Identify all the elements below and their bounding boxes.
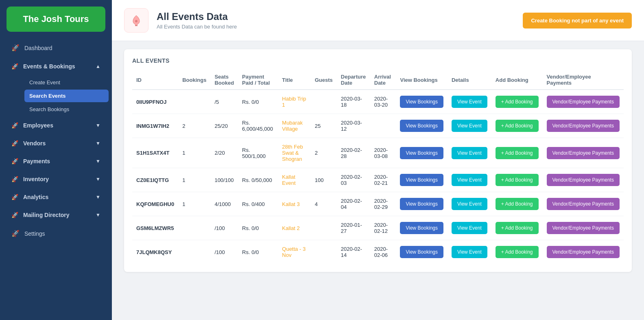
- sidebar-section-mailing[interactable]: 🚀 Mailing Directory ▼: [3, 207, 109, 223]
- cell-departure: 2020-03-18: [337, 90, 370, 114]
- cell-add-booking-action: + Add Booking: [491, 90, 543, 114]
- add-booking-button[interactable]: + Add Booking: [496, 96, 539, 108]
- sidebar-section-vendors[interactable]: 🚀 Vendors ▼: [3, 135, 109, 151]
- vendor-payments-button[interactable]: Vendor/Employee Payments: [547, 222, 620, 234]
- sidebar-label-search-bookings: Search Bookings: [29, 106, 69, 112]
- add-booking-button[interactable]: + Add Booking: [496, 147, 539, 159]
- col-payment: PaymentPaid / Total: [238, 70, 278, 90]
- cell-vendor-payments-action: Vendor/Employee Payments: [543, 216, 624, 240]
- header-text: All Events Data All Events Data can be f…: [157, 11, 237, 30]
- cell-bookings: [178, 216, 210, 240]
- sidebar: The Josh Tours 🚀 Dashboard 🚀 Events & Bo…: [0, 0, 112, 320]
- sidebar-item-create-event[interactable]: Create Event: [24, 76, 109, 89]
- view-event-button[interactable]: View Event: [452, 174, 487, 186]
- cell-guests: [311, 240, 337, 264]
- page-subtitle: All Events Data can be found here: [157, 24, 237, 30]
- view-bookings-button[interactable]: View Bookings: [400, 222, 443, 234]
- cell-add-booking-action: + Add Booking: [491, 240, 543, 264]
- col-view-bookings: View Bookings: [396, 70, 448, 90]
- employees-icon: 🚀: [11, 122, 18, 129]
- app-logo[interactable]: The Josh Tours: [7, 7, 105, 32]
- cell-id: KQFOMEGHU0: [132, 192, 178, 216]
- add-booking-button[interactable]: + Add Booking: [496, 174, 539, 186]
- view-bookings-button[interactable]: View Bookings: [400, 120, 443, 132]
- sidebar-section-events-bookings[interactable]: 🚀 Events & Bookings ▲: [3, 58, 109, 75]
- events-table-body: 0IIU9PFNOJ /5 Rs. 0/0 Habib Trip 1 2020-…: [132, 90, 624, 264]
- sidebar-label-inventory: Inventory: [23, 176, 49, 182]
- cell-view-bookings-action: View Bookings: [396, 168, 448, 192]
- view-event-button[interactable]: View Event: [452, 147, 487, 159]
- view-event-button[interactable]: View Event: [452, 198, 487, 210]
- cell-arrival: 2020-02-12: [370, 216, 396, 240]
- view-bookings-button[interactable]: View Bookings: [400, 147, 443, 159]
- vendor-payments-button[interactable]: Vendor/Employee Payments: [547, 120, 620, 132]
- add-booking-button[interactable]: + Add Booking: [496, 222, 539, 234]
- col-vendor-payments: Vendor/EmployeePayments: [543, 70, 624, 90]
- sidebar-item-search-bookings[interactable]: Search Bookings: [24, 103, 109, 116]
- sidebar-section-employees[interactable]: 🚀 Employees ▼: [3, 117, 109, 134]
- chevron-down-icon-payments: ▼: [96, 158, 100, 164]
- cell-vendor-payments-action: Vendor/Employee Payments: [543, 114, 624, 138]
- view-event-button[interactable]: View Event: [452, 246, 487, 258]
- cell-id: S1H1SATX4T: [132, 138, 178, 168]
- sidebar-section-payments[interactable]: 🚀 Payments ▼: [3, 153, 109, 169]
- cell-title: Mubarak Village: [278, 114, 310, 138]
- view-bookings-button[interactable]: View Bookings: [400, 96, 443, 108]
- add-booking-button[interactable]: + Add Booking: [496, 120, 539, 132]
- col-title: Title: [278, 70, 310, 90]
- cell-vendor-payments-action: Vendor/Employee Payments: [543, 192, 624, 216]
- cell-payment: Rs. 500/1,000: [238, 138, 278, 168]
- sidebar-section-analytics[interactable]: 🚀 Analytics ▼: [3, 189, 109, 205]
- sidebar-section-inventory[interactable]: 🚀 Inventory ▼: [3, 171, 109, 187]
- cell-payment: Rs. 0/0: [238, 240, 278, 264]
- col-id: ID: [132, 70, 178, 90]
- col-details: Details: [448, 70, 491, 90]
- cell-guests: [311, 216, 337, 240]
- add-booking-button[interactable]: + Add Booking: [496, 246, 539, 258]
- vendor-payments-button[interactable]: Vendor/Employee Payments: [547, 147, 620, 159]
- sidebar-item-settings[interactable]: 🚀 Settings: [3, 225, 109, 242]
- table-row: 0IIU9PFNOJ /5 Rs. 0/0 Habib Trip 1 2020-…: [132, 90, 624, 114]
- col-add-booking: Add Booking: [491, 70, 543, 90]
- view-bookings-button[interactable]: View Bookings: [400, 198, 443, 210]
- view-bookings-button[interactable]: View Bookings: [400, 174, 443, 186]
- cell-seats-booked: 100/100: [210, 168, 238, 192]
- sidebar-item-search-events[interactable]: Search Events: [24, 90, 109, 102]
- vendors-icon: 🚀: [11, 140, 18, 147]
- table-row: GSM6LMZWR5 /100 Rs. 0/0 Kallat 2 2020-01…: [132, 216, 624, 240]
- events-icon: 🚀: [11, 63, 18, 70]
- cell-add-booking-action: + Add Booking: [491, 216, 543, 240]
- add-booking-button[interactable]: + Add Booking: [496, 198, 539, 210]
- view-event-button[interactable]: View Event: [452, 96, 487, 108]
- sidebar-item-dashboard[interactable]: 🚀 Dashboard: [3, 39, 109, 57]
- view-bookings-button[interactable]: View Bookings: [400, 246, 443, 258]
- sidebar-label-payments: Payments: [23, 158, 50, 164]
- cell-add-booking-action: + Add Booking: [491, 192, 543, 216]
- view-event-button[interactable]: View Event: [452, 222, 487, 234]
- payments-icon: 🚀: [11, 158, 18, 164]
- chevron-down-icon-inventory: ▼: [96, 176, 100, 182]
- cell-payment: Rs. 0/0: [238, 90, 278, 114]
- cell-payment: Rs. 0/400: [238, 192, 278, 216]
- sidebar-label-dashboard: Dashboard: [24, 45, 52, 51]
- create-booking-button[interactable]: Create Booking not part of any event: [523, 13, 632, 28]
- cell-view-bookings-action: View Bookings: [396, 216, 448, 240]
- header-left: All Events Data All Events Data can be f…: [124, 8, 237, 33]
- cell-departure: 2020-02-14: [337, 240, 370, 264]
- chevron-down-icon-vendors: ▼: [96, 140, 100, 146]
- cell-bookings: 1: [178, 168, 210, 192]
- view-event-button[interactable]: View Event: [452, 120, 487, 132]
- vendor-payments-button[interactable]: Vendor/Employee Payments: [547, 96, 620, 108]
- cell-seats-booked: /100: [210, 240, 238, 264]
- cell-guests: 4: [311, 192, 337, 216]
- cell-payment: Rs. 6,000/45,000: [238, 114, 278, 138]
- svg-point-0: [135, 20, 138, 22]
- sidebar-sub-events: Create Event Search Events Search Bookin…: [0, 75, 112, 116]
- mailing-icon: 🚀: [11, 212, 18, 218]
- cell-title: Kallat 2: [278, 216, 310, 240]
- vendor-payments-button[interactable]: Vendor/Employee Payments: [547, 198, 620, 210]
- vendor-payments-button[interactable]: Vendor/Employee Payments: [547, 174, 620, 186]
- cell-arrival: 2020-02-21: [370, 168, 396, 192]
- sidebar-label-analytics: Analytics: [23, 194, 48, 200]
- vendor-payments-button[interactable]: Vendor/Employee Payments: [547, 246, 620, 258]
